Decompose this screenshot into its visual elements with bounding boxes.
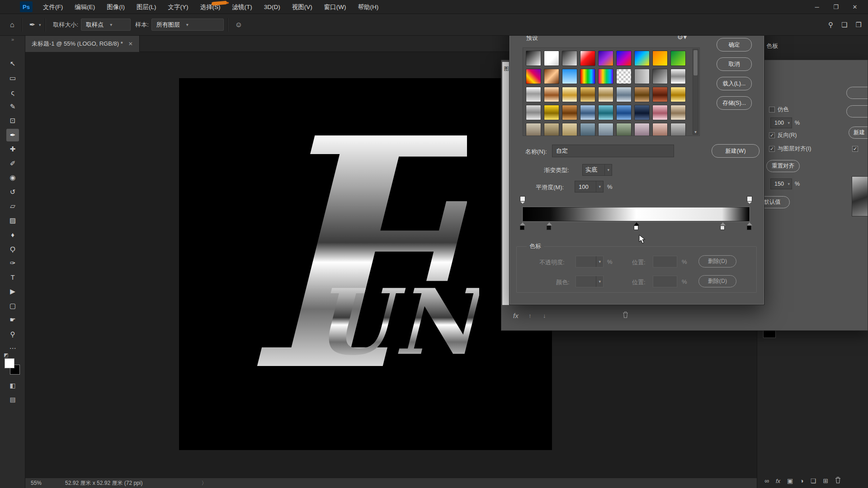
divider — [22, 18, 22, 32]
arrange-icon[interactable]: ❒ — [856, 21, 862, 29]
menu-item-7[interactable]: 3D(D) — [258, 0, 286, 14]
dither-checkbox[interactable]: . — [769, 107, 775, 113]
color-stop-1[interactable] — [547, 222, 552, 231]
workspace-icon[interactable]: ❏ — [841, 21, 847, 29]
sample-size-select[interactable]: 取样点 ▾ — [81, 19, 131, 31]
chevron-down-icon[interactable]: ▾ — [39, 23, 41, 27]
lasso-tool[interactable]: ς — [6, 86, 19, 99]
history-brush-tool[interactable]: ↺ — [6, 186, 19, 198]
more-tools[interactable]: ⋯ — [6, 342, 19, 355]
pen-tool[interactable]: ✑ — [6, 257, 19, 269]
window-close-icon[interactable]: ✕ — [845, 0, 864, 14]
color-stop-3[interactable] — [720, 222, 726, 231]
menu-item-9[interactable]: 窗口(W) — [318, 0, 352, 14]
crop-tool[interactable]: ⊡ — [6, 114, 19, 127]
move-effect-down-icon[interactable]: ↓ — [543, 312, 546, 319]
shape-tool[interactable]: ▢ — [6, 300, 19, 312]
new-layer-icon[interactable]: ⊞ — [823, 477, 828, 484]
menu-item-4[interactable]: 文字(Y) — [162, 0, 194, 14]
zoom-level[interactable]: 55% — [31, 480, 42, 486]
menu-item-6[interactable]: 滤镜(T) — [226, 0, 258, 14]
document-tab[interactable]: 未标题-1 @ 55% (LOGO, RGB/8) * ✕ — [25, 36, 140, 52]
menu-item-10[interactable]: 帮助(H) — [352, 0, 384, 14]
new-style-button[interactable]: 新建 — [849, 127, 868, 139]
stop-opacity-input[interactable]: ▾ — [576, 256, 604, 267]
stop-color-swatch[interactable]: ▾ — [576, 276, 604, 287]
eraser-tool[interactable]: ▱ — [6, 200, 19, 212]
chevron-down-icon: ▾ — [596, 276, 603, 287]
photoshop-logo-icon: Ps — [20, 1, 33, 12]
percent-sign: % — [682, 258, 687, 265]
feedback-smiley-icon[interactable]: ☺ — [231, 21, 246, 29]
type-tool[interactable]: T — [6, 271, 19, 284]
foreground-color-swatch[interactable] — [5, 358, 14, 368]
layer-mask-icon[interactable]: ▣ — [787, 477, 793, 484]
screen-mode-icon[interactable]: ▤ — [6, 396, 19, 403]
spot-healing-tool[interactable]: ✚ — [6, 143, 19, 155]
move-tool[interactable]: ↖ — [6, 57, 19, 70]
brush-tool[interactable]: ✐ — [6, 157, 19, 170]
color-stop-2[interactable] — [634, 222, 639, 231]
stop-opacity-label: 不透明度: — [539, 258, 565, 267]
status-chevron-icon[interactable]: 〉 — [201, 479, 207, 487]
delete-opacity-stop-button[interactable]: 删除(D) — [698, 255, 736, 267]
close-icon[interactable]: ✕ — [128, 41, 133, 47]
stop-location-input[interactable] — [653, 256, 677, 267]
move-effect-up-icon[interactable]: ↑ — [528, 312, 532, 319]
gradient-tool[interactable]: ▨ — [6, 214, 19, 227]
align-checkbox[interactable]: ✓ — [769, 146, 775, 152]
scale-value-box[interactable]: 150 ▾ — [770, 178, 792, 189]
collapse-toolbar-icon[interactable]: » — [0, 37, 25, 42]
menu-item-0[interactable]: 文件(F) — [37, 0, 69, 14]
sample-select[interactable]: 所有图层 ▾ — [151, 19, 224, 31]
blur-tool[interactable]: ♦ — [6, 228, 19, 241]
layers-panel-icons: ∞fx▣◑❏⊞ — [764, 477, 841, 485]
quick-selection-tool[interactable]: ✎ — [6, 100, 19, 113]
menu-item-8[interactable]: 视图(V) — [286, 0, 318, 14]
align-option[interactable]: ✓ 与图层对齐(I) — [769, 145, 811, 153]
adjustment-layer-icon[interactable]: ◑ — [800, 477, 803, 484]
opacity-value-box[interactable]: 100 ▾ — [770, 117, 792, 128]
window-minimize-icon[interactable]: ─ — [807, 0, 826, 14]
color-stop-4[interactable] — [747, 222, 752, 231]
hand-tool[interactable]: ☛ — [6, 314, 19, 326]
marquee-tool[interactable]: ▭ — [6, 72, 19, 84]
layer-style-ok-button[interactable] — [846, 87, 868, 99]
fx-icon[interactable]: fx — [776, 478, 780, 484]
menu-item-1[interactable]: 编辑(E) — [69, 0, 101, 14]
opacity-stop-1[interactable] — [747, 196, 752, 202]
link-icon[interactable]: ∞ — [764, 477, 769, 484]
layer-style-cancel-button[interactable] — [846, 105, 868, 117]
dodge-tool[interactable]: Ϙ — [6, 243, 19, 255]
canvas[interactable]: F UN — [179, 78, 552, 450]
group-icon[interactable]: ❏ — [811, 477, 816, 484]
swatches-panel-tab[interactable]: 色板 — [766, 42, 778, 50]
quick-mask-icon[interactable]: ◧ — [6, 382, 19, 389]
eyedropper-preset-icon[interactable]: ✒ — [26, 20, 39, 29]
reverse-option[interactable]: ✓ 反向(R) — [769, 131, 797, 139]
clone-stamp-tool[interactable]: ◉ — [6, 171, 19, 184]
color-stop-swatch — [520, 225, 524, 230]
zoom-tool[interactable]: ⚲ — [6, 328, 19, 341]
path-selection-tool[interactable]: ▶ — [6, 285, 19, 298]
preview-checkbox[interactable]: ✓ — [852, 146, 858, 152]
fx-icon[interactable]: fx — [513, 312, 519, 319]
sample-value: 所有图层 — [156, 21, 180, 29]
reverse-checkbox[interactable]: ✓ — [769, 132, 775, 138]
menu-item-2[interactable]: 图像(I) — [101, 0, 131, 14]
opacity-stop-0[interactable] — [520, 196, 525, 202]
menu-item-3[interactable]: 图层(L) — [131, 0, 162, 14]
reverse-label: 反向(R) — [778, 131, 797, 139]
style-preview-thumbnail — [852, 176, 868, 216]
delete-effect-icon[interactable] — [623, 311, 628, 319]
home-icon[interactable]: ⌂ — [6, 21, 18, 29]
search-icon[interactable]: ⚲ — [828, 21, 833, 29]
dither-option[interactable]: . 仿色 — [769, 106, 789, 113]
delete-layer-icon[interactable] — [835, 477, 841, 485]
stop-location-input[interactable] — [653, 276, 677, 287]
color-stop-0[interactable] — [520, 222, 525, 231]
delete-color-stop-button[interactable]: 删除(D) — [698, 275, 736, 287]
eyedropper-tool[interactable]: ✒ — [6, 129, 19, 141]
reset-align-button[interactable]: 重置对齐 — [766, 160, 800, 172]
window-maximize-icon[interactable]: ❐ — [826, 0, 845, 14]
